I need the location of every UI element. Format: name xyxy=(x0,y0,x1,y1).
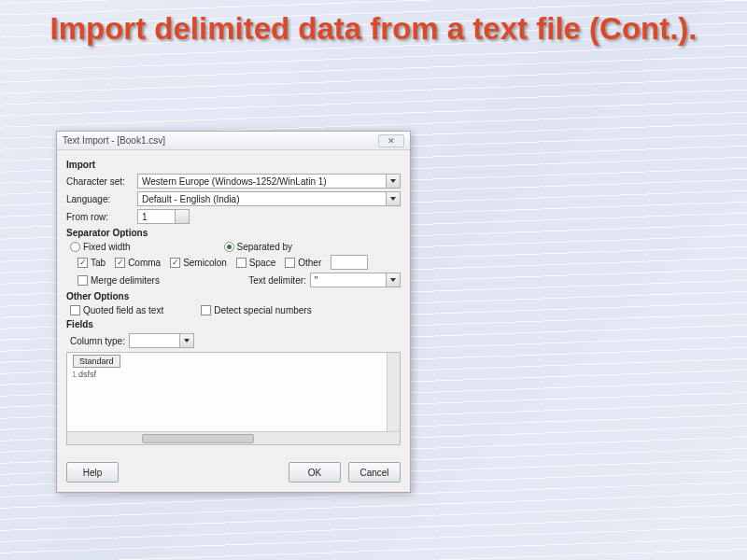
comma-checkbox[interactable]: Comma xyxy=(115,258,161,268)
slide-title: Import delimited data from a text file (… xyxy=(0,0,747,54)
separator-heading: Separator Options xyxy=(66,228,401,238)
cancel-button[interactable]: Cancel xyxy=(348,462,401,483)
horizontal-scrollbar[interactable] xyxy=(67,431,400,444)
window-title: Text Import - [Book1.csv] xyxy=(63,135,165,146)
language-combo[interactable]: Default - English (India) xyxy=(137,191,401,206)
fields-heading: Fields xyxy=(66,319,401,329)
from-row-value: 1 xyxy=(142,212,148,222)
spin-up-icon[interactable]: ▲ xyxy=(176,210,189,217)
semicolon-checkbox[interactable]: Semicolon xyxy=(170,258,227,268)
quoted-field-checkbox[interactable]: Quoted field as text xyxy=(70,305,163,315)
fixed-width-radio[interactable]: Fixed width xyxy=(70,242,131,252)
charset-label: Character set: xyxy=(66,176,134,187)
separated-by-radio[interactable]: Separated by xyxy=(224,242,293,252)
vertical-scrollbar[interactable] xyxy=(387,353,400,431)
help-button[interactable]: Help xyxy=(66,462,119,483)
language-label: Language: xyxy=(66,194,134,204)
detect-numbers-checkbox[interactable]: Detect special numbers xyxy=(201,305,312,315)
charset-value: Western Europe (Windows-1252/WinLatin 1) xyxy=(142,176,327,187)
preview-column-header[interactable]: Standard xyxy=(73,355,120,368)
titlebar: Text Import - [Book1.csv] ✕ xyxy=(57,132,410,150)
charset-combo[interactable]: Western Europe (Windows-1252/WinLatin 1) xyxy=(137,174,401,189)
tab-checkbox[interactable]: Tab xyxy=(78,258,106,268)
column-type-label: Column type: xyxy=(70,336,125,346)
ok-button[interactable]: OK xyxy=(289,462,341,483)
chevron-down-icon xyxy=(390,179,396,183)
text-delimiter-value: " xyxy=(315,275,318,286)
text-import-dialog: Text Import - [Book1.csv] ✕ Import Chara… xyxy=(56,131,411,493)
spin-down-icon[interactable]: ▼ xyxy=(176,217,189,223)
column-type-combo[interactable] xyxy=(129,333,194,348)
import-heading: Import xyxy=(66,160,401,170)
fields-preview[interactable]: Standard 1 dsfsf xyxy=(66,352,401,445)
text-delimiter-combo[interactable]: " xyxy=(310,273,401,287)
from-row-spinner[interactable]: 1 ▲▼ xyxy=(137,209,190,224)
from-row-label: From row: xyxy=(66,212,134,222)
chevron-down-icon xyxy=(390,197,396,201)
close-icon[interactable]: ✕ xyxy=(378,134,404,147)
chevron-down-icon xyxy=(184,339,190,343)
chevron-down-icon xyxy=(390,278,396,282)
scrollbar-thumb[interactable] xyxy=(142,434,254,443)
other-options-heading: Other Options xyxy=(66,291,401,301)
other-input[interactable] xyxy=(331,255,368,270)
merge-delimiters-checkbox[interactable]: Merge delimiters xyxy=(78,275,160,286)
language-value: Default - English (India) xyxy=(142,194,240,204)
space-checkbox[interactable]: Space xyxy=(236,258,275,268)
other-checkbox[interactable]: Other xyxy=(285,258,321,268)
text-delimiter-label: Text delimiter: xyxy=(248,275,306,286)
preview-row: 1 dsfsf xyxy=(69,370,96,379)
